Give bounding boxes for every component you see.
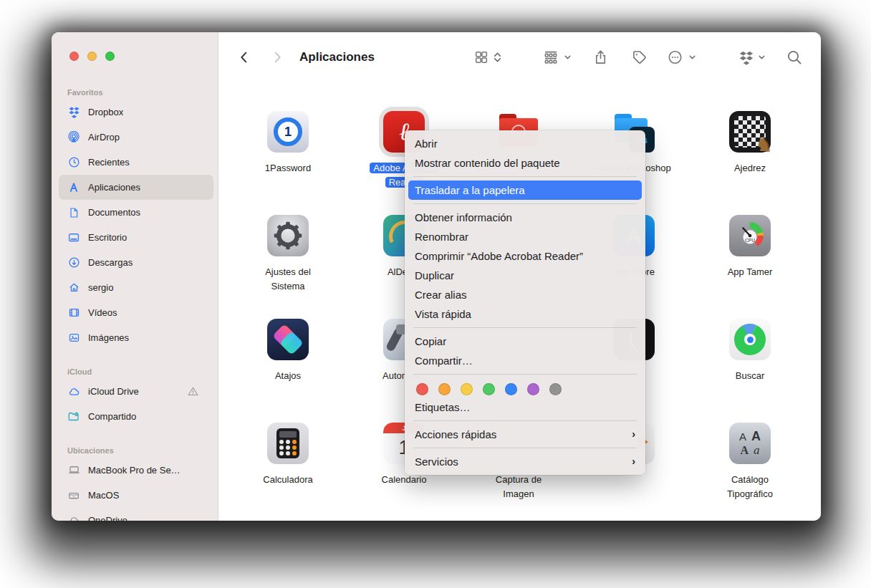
chess-app-icon: ♞	[729, 111, 771, 153]
menu-item-comprimir[interactable]: Comprimir “Adobe Acrobat Reader”	[405, 246, 645, 266]
app-label: Buscar	[736, 369, 764, 383]
sidebar-item-downloads[interactable]: Descargas	[59, 250, 213, 275]
calculator-app-icon	[267, 423, 309, 464]
menu-item-renombrar[interactable]: Renombrar	[405, 227, 645, 246]
menu-item-trasladar-a-la-papelera[interactable]: Trasladar a la papelera	[408, 180, 642, 200]
share-button[interactable]	[592, 49, 609, 66]
app-item-buscar[interactable]: Buscar	[707, 319, 793, 383]
app-label: Calculadora	[263, 473, 312, 487]
sidebar-item-dropbox[interactable]: Dropbox	[59, 100, 213, 125]
tag-gray[interactable]	[549, 383, 562, 395]
sidebar-item-shared[interactable]: Compartido	[59, 404, 213, 429]
menu-item-servicios[interactable]: Servicios›	[405, 452, 645, 471]
sidebar-section-favorites: Favoritos	[67, 87, 218, 98]
app-label: App Tamer	[728, 265, 773, 279]
app-item-calculadora[interactable]: Calculadora	[245, 423, 331, 487]
sidebar-item-onedrive[interactable]: OneDrive	[59, 508, 213, 521]
sidebar-item-airdrop[interactable]: AirDrop	[59, 125, 213, 150]
forward-button[interactable]	[269, 49, 285, 65]
traffic-lights	[69, 52, 115, 61]
app-label: Captura de Imagen	[481, 473, 556, 501]
minimize-button[interactable]	[87, 52, 97, 61]
sidebar-item-label: Vídeos	[88, 307, 117, 318]
menu-separator	[413, 176, 637, 177]
menu-item-obtener-informacion[interactable]: Obtener información	[405, 208, 645, 227]
group-by-chevron-icon[interactable]	[563, 53, 572, 62]
sidebar-item-label: Documentos	[88, 207, 140, 218]
app-label: 1Password	[265, 161, 311, 175]
close-button[interactable]	[69, 52, 79, 61]
more-button[interactable]	[667, 49, 683, 66]
more-chevron-icon[interactable]	[688, 53, 697, 62]
menu-item-mostrar-contenido[interactable]: Mostrar contenido del paquete	[405, 153, 645, 173]
shared-folder-icon	[66, 409, 82, 425]
app-label: Ajedrez	[734, 161, 766, 175]
sidebar-item-videos[interactable]: Vídeos	[59, 300, 213, 325]
tag-orange[interactable]	[438, 383, 451, 395]
dropbox-chevron-icon[interactable]	[757, 53, 766, 62]
sidebar-item-macos-disk[interactable]: MacOS	[59, 483, 213, 508]
app-item-atajos[interactable]: Atajos	[245, 319, 331, 383]
menu-item-crear-alias[interactable]: Crear alias	[405, 285, 645, 304]
tag-blue[interactable]	[505, 383, 517, 395]
window-title: Aplicaciones	[299, 50, 375, 64]
main-area: Aplicaciones	[218, 32, 821, 521]
menu-item-duplicar[interactable]: Duplicar	[405, 266, 645, 285]
tag-yellow[interactable]	[461, 383, 473, 395]
document-icon	[66, 205, 82, 221]
dropbox-toolbar-icon[interactable]	[738, 49, 754, 65]
photo-icon	[66, 330, 82, 346]
app-item-ajedrez[interactable]: ♞ Ajedrez	[707, 111, 793, 175]
tag-purple[interactable]	[527, 383, 539, 395]
sidebar-section-locations: Ubicaciones	[67, 445, 218, 456]
tag-button[interactable]	[631, 49, 648, 66]
sidebar-item-home[interactable]: sergio	[59, 275, 213, 300]
sidebar-item-recents[interactable]: Recientes	[59, 150, 213, 175]
sidebar-item-macbook[interactable]: MacBook Pro de Se…	[59, 458, 213, 483]
view-grid-button[interactable]	[473, 49, 489, 65]
app-item-ajustes-del-sistema[interactable]: Ajustes del Sistema	[245, 215, 331, 294]
finder-window: Favoritos Dropbox AirDrop	[52, 32, 821, 521]
sidebar-item-desktop[interactable]: Escritorio	[59, 225, 213, 250]
sidebar-item-pictures[interactable]: Imágenes	[59, 325, 213, 350]
app-item-app-tamer[interactable]: CPU App Tamer	[707, 215, 793, 279]
sidebar-item-label: Imágenes	[88, 332, 129, 343]
tag-red[interactable]	[416, 383, 428, 395]
font-book-app-icon: AA Aa	[729, 423, 771, 464]
sidebar-item-applications[interactable]: Aplicaciones	[59, 175, 213, 200]
sidebar-item-icloud-drive[interactable]: iCloud Drive	[59, 379, 213, 404]
menu-item-compartir[interactable]: Compartir…	[405, 351, 645, 370]
menu-item-copiar[interactable]: Copiar	[405, 332, 645, 351]
search-button[interactable]	[786, 49, 803, 66]
app-item-catalogo-tipografico[interactable]: AA Aa Catálogo Tipográfico	[707, 423, 793, 501]
zoom-button[interactable]	[105, 52, 115, 61]
menu-item-vista-rapida[interactable]: Vista rápida	[405, 304, 645, 324]
airdrop-icon	[66, 130, 82, 145]
cloud-gray-icon	[66, 513, 82, 521]
app-label: Ajustes del Sistema	[251, 265, 325, 294]
disk-icon	[66, 488, 82, 503]
sidebar-item-documents[interactable]: Documentos	[59, 200, 213, 225]
film-icon	[66, 305, 82, 321]
desktop-icon	[66, 230, 82, 246]
app-item-1password[interactable]: 1 1Password	[245, 111, 331, 175]
sidebar-item-label: iCloud Drive	[88, 386, 139, 397]
group-by-button[interactable]	[542, 49, 559, 66]
home-icon	[66, 280, 82, 296]
1password-app-icon: 1	[267, 111, 309, 153]
sidebar-item-label: Dropbox	[88, 107, 123, 117]
app-tamer-app-icon: CPU	[729, 215, 771, 256]
back-button[interactable]	[236, 49, 252, 65]
menu-item-acciones-rapidas[interactable]: Acciones rápidas›	[405, 425, 645, 444]
file-grid: 1 1Password ℓ Adobe Acrobat Reader Ps Ad…	[218, 82, 821, 521]
sidebar-item-label: MacOS	[88, 490, 119, 501]
menu-item-abrir[interactable]: Abrir	[405, 134, 645, 153]
menu-item-etiquetas[interactable]: Etiquetas…	[405, 397, 645, 417]
dropbox-icon	[66, 105, 82, 120]
tag-green[interactable]	[483, 383, 495, 395]
sidebar-item-label: Recientes	[88, 157, 130, 168]
sidebar-item-label: MacBook Pro de Se…	[88, 465, 181, 476]
sidebar-item-label: Compartido	[88, 411, 136, 422]
view-mode-chevrons-icon[interactable]	[492, 50, 503, 64]
svg-text:CPU: CPU	[745, 238, 755, 243]
